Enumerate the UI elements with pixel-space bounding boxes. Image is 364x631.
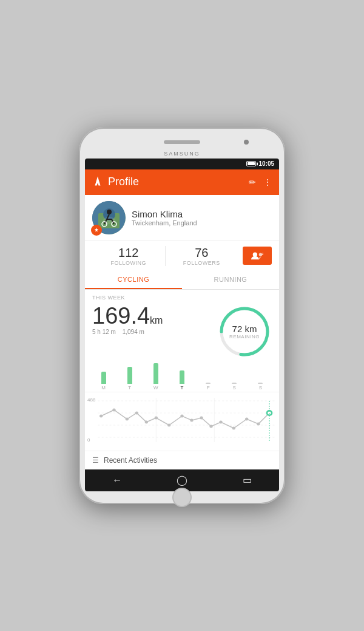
- svg-point-25: [126, 417, 129, 420]
- bar-label-w: W: [153, 385, 158, 391]
- main-stats: 169.4km 5 h 12 m 1,094 m 72 km R: [85, 303, 279, 361]
- avatar-wrapper: [92, 201, 126, 234]
- header-title: Profile: [108, 176, 244, 188]
- phone-bottom: [85, 491, 279, 503]
- recent-activities-section[interactable]: ☰ Recent Activities: [85, 451, 279, 469]
- physical-home-button[interactable]: [172, 488, 192, 507]
- y-max: 488: [87, 397, 95, 403]
- remaining-km: 72 km: [229, 324, 260, 334]
- profile-info: Simon Klima Twickenham, England: [132, 209, 272, 227]
- svg-point-24: [112, 408, 115, 411]
- status-bar: 10:05: [85, 159, 279, 169]
- recent-activities-label: Recent Activities: [104, 456, 157, 465]
- svg-point-12: [253, 253, 257, 257]
- strava-logo: [92, 176, 103, 189]
- distance-value: 169.4km: [92, 304, 217, 327]
- week-label: THIS WEEK: [92, 295, 272, 301]
- bar-s1: [232, 383, 237, 384]
- followers-label: FOLLOWERS: [166, 260, 238, 266]
- profile-name: Simon Klima: [132, 209, 272, 219]
- svg-point-36: [245, 417, 248, 420]
- bar-t2: [180, 370, 184, 384]
- bar-label-f: F: [207, 385, 210, 391]
- bar-day-f: F: [197, 383, 220, 391]
- line-chart-svg: [85, 395, 279, 448]
- svg-point-37: [257, 422, 260, 425]
- bar-m: [101, 372, 106, 384]
- bar-day-m: M: [92, 372, 115, 391]
- app-header: Profile ✏ ⋮: [85, 169, 279, 195]
- bar-label-t1: T: [128, 385, 131, 391]
- bar-t1: [127, 367, 132, 384]
- bar-s2: [258, 383, 263, 384]
- menu-icon[interactable]: ⋮: [263, 177, 272, 187]
- bar-day-t1: T: [118, 367, 141, 391]
- chart-y-labels: 488 0: [87, 397, 95, 443]
- svg-point-33: [209, 425, 212, 428]
- elevation-value: 1,094 m: [123, 329, 144, 335]
- svg-text:+: +: [261, 252, 263, 256]
- bar-chart: M T W T F: [85, 361, 279, 392]
- bar-day-s2: S: [249, 383, 272, 391]
- back-button[interactable]: ←: [105, 472, 129, 488]
- phone-speaker: [164, 140, 200, 144]
- list-icon: ☰: [92, 456, 99, 465]
- svg-point-35: [232, 426, 235, 429]
- bar-day-t2: T: [170, 370, 193, 391]
- circular-progress: 72 km REMAINING: [217, 304, 272, 359]
- svg-point-27: [145, 420, 148, 423]
- distance-unit: km: [150, 315, 163, 326]
- bar-label-t2: T: [181, 385, 184, 391]
- time-value: 5 h 12 m: [92, 329, 116, 335]
- phone-camera: [244, 140, 249, 145]
- bar-label-m: M: [101, 385, 106, 391]
- followers-count: 76: [166, 246, 238, 260]
- following-count: 112: [92, 246, 165, 260]
- following-label: FOLLOWING: [92, 260, 165, 266]
- svg-point-30: [180, 414, 183, 417]
- edit-icon[interactable]: ✏: [249, 177, 256, 187]
- line-chart-container: 488 0: [85, 392, 279, 451]
- distance-block: 169.4km 5 h 12 m 1,094 m: [92, 304, 217, 335]
- bar-w: [153, 363, 158, 384]
- svg-point-23: [99, 414, 103, 417]
- week-section: THIS WEEK: [85, 290, 279, 303]
- following-stat[interactable]: 112 FOLLOWING: [92, 246, 166, 266]
- tab-cycling[interactable]: CYCLING: [85, 271, 182, 289]
- svg-point-5: [107, 210, 112, 214]
- phone-screen: 10:05 Profile ✏ ⋮: [85, 159, 279, 491]
- tab-running[interactable]: RUNNING: [182, 271, 279, 289]
- status-time: 10:05: [258, 160, 274, 167]
- activity-tabs: CYCLING RUNNING: [85, 271, 279, 290]
- remaining-label: REMAINING: [229, 334, 260, 339]
- bar-label-s2: S: [259, 385, 262, 391]
- svg-marker-0: [95, 176, 101, 185]
- phone-top: [85, 134, 279, 151]
- profile-location: Twickenham, England: [132, 219, 272, 227]
- svg-point-29: [167, 423, 170, 426]
- header-icons: ✏ ⋮: [249, 177, 272, 187]
- home-button[interactable]: ◯: [169, 472, 195, 488]
- recent-apps-button[interactable]: ▭: [235, 472, 259, 488]
- svg-point-32: [200, 416, 203, 419]
- profile-section: Simon Klima Twickenham, England: [85, 195, 279, 240]
- circle-text: 72 km REMAINING: [229, 324, 260, 339]
- stats-row: 112 FOLLOWING 76 FOLLOWERS +: [85, 240, 279, 271]
- bar-label-s1: S: [233, 385, 236, 391]
- svg-point-34: [219, 420, 222, 423]
- bar-day-s1: S: [223, 383, 246, 391]
- follow-button[interactable]: +: [243, 247, 272, 265]
- battery-icon: [246, 161, 256, 166]
- svg-point-28: [155, 416, 158, 419]
- phone-device: SAMSUNG 10:05 Profile ✏ ⋮: [79, 128, 285, 504]
- svg-point-26: [135, 411, 138, 414]
- bar-day-w: W: [144, 363, 167, 391]
- distance-sub: 5 h 12 m 1,094 m: [92, 329, 217, 335]
- svg-point-31: [190, 418, 193, 421]
- y-min: 0: [87, 437, 95, 443]
- followers-stat[interactable]: 76 FOLLOWERS: [166, 246, 238, 266]
- bar-f: [206, 383, 211, 384]
- athlete-badge: [91, 225, 102, 236]
- activity-content: THIS WEEK 169.4km 5 h 12 m 1,094 m: [85, 290, 279, 469]
- brand-label: SAMSUNG: [85, 151, 279, 157]
